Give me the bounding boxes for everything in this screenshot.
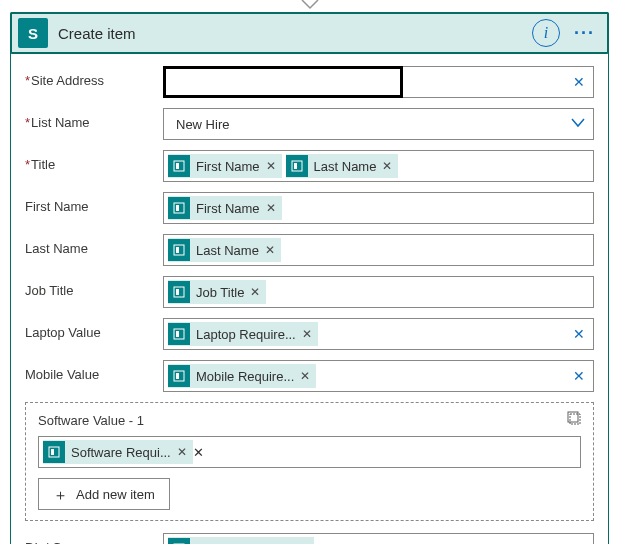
row-list-name: *List Name New Hire	[25, 108, 594, 140]
field-title[interactable]: First Name ✕ Last Name ✕	[163, 150, 594, 182]
forms-icon	[168, 155, 190, 177]
chevron-down-icon[interactable]	[571, 117, 585, 131]
add-new-item-button[interactable]: ＋ Add new item	[38, 478, 170, 510]
flow-arrow-down-icon	[301, 0, 319, 14]
label-last-name: Last Name	[25, 234, 163, 256]
svg-rect-11	[176, 331, 179, 337]
token-last-name[interactable]: Last Name ✕	[286, 154, 399, 178]
svg-rect-7	[176, 247, 179, 253]
token-first-name[interactable]: First Name ✕	[168, 154, 282, 178]
array-title: Software Value - 1	[38, 413, 581, 428]
token-remove-icon[interactable]: ✕	[266, 201, 276, 215]
forms-icon	[286, 155, 308, 177]
more-icon[interactable]: ···	[568, 23, 601, 44]
info-icon[interactable]: i	[532, 19, 560, 47]
field-dl-groups[interactable]: Distribution Lis... ✕	[163, 533, 594, 544]
clear-icon[interactable]: ✕	[573, 368, 585, 384]
row-last-name: Last Name Last Name ✕	[25, 234, 594, 266]
field-list-name[interactable]: New Hire	[163, 108, 594, 140]
forms-icon	[168, 197, 190, 219]
svg-rect-5	[176, 205, 179, 211]
array-mode-toggle-icon[interactable]	[567, 411, 583, 430]
label-laptop-value: Laptop Value	[25, 318, 163, 340]
token-software[interactable]: Software Requi... ✕	[43, 440, 193, 464]
token-dl[interactable]: Distribution Lis... ✕	[168, 537, 314, 544]
field-laptop-value[interactable]: Laptop Require... ✕ ✕	[163, 318, 594, 350]
card-title: Create item	[58, 25, 532, 42]
field-job-title[interactable]: Job Title ✕	[163, 276, 594, 308]
list-name-value: New Hire	[168, 117, 229, 132]
site-address-redacted	[163, 66, 403, 98]
forms-icon	[168, 281, 190, 303]
svg-rect-1	[176, 163, 179, 169]
field-last-name[interactable]: Last Name ✕	[163, 234, 594, 266]
row-job-title: Job Title Job Title ✕	[25, 276, 594, 308]
row-site-address: *Site Address ✕	[25, 66, 594, 98]
clear-icon[interactable]: ✕	[573, 326, 585, 342]
row-laptop-value: Laptop Value Laptop Require... ✕ ✕	[25, 318, 594, 350]
svg-rect-9	[176, 289, 179, 295]
token-remove-icon[interactable]: ✕	[250, 285, 260, 299]
forms-icon	[168, 239, 190, 261]
svg-rect-3	[294, 163, 297, 169]
label-title: *Title	[25, 150, 163, 172]
token-remove-icon[interactable]: ✕	[265, 243, 275, 257]
token-last-name[interactable]: Last Name ✕	[168, 238, 281, 262]
plus-icon: ＋	[53, 487, 68, 502]
row-title: *Title First Name ✕ Last Name ✕	[25, 150, 594, 182]
token-laptop[interactable]: Laptop Require... ✕	[168, 322, 318, 346]
label-first-name: First Name	[25, 192, 163, 214]
row-dl-groups: DL / Groups Distribution Lis... ✕	[25, 533, 594, 544]
token-mobile[interactable]: Mobile Require... ✕	[168, 364, 316, 388]
forms-icon	[168, 538, 190, 544]
array-software-value: Software Value - 1 Software Requi... ✕ ✕	[25, 402, 594, 521]
token-job-title[interactable]: Job Title ✕	[168, 280, 266, 304]
forms-icon	[168, 365, 190, 387]
row-first-name: First Name First Name ✕	[25, 192, 594, 224]
svg-rect-17	[51, 449, 54, 455]
field-first-name[interactable]: First Name ✕	[163, 192, 594, 224]
token-remove-icon[interactable]: ✕	[382, 159, 392, 173]
card-header[interactable]: S Create item i ···	[10, 12, 609, 54]
row-mobile-value: Mobile Value Mobile Require... ✕ ✕	[25, 360, 594, 392]
label-mobile-value: Mobile Value	[25, 360, 163, 382]
field-mobile-value[interactable]: Mobile Require... ✕ ✕	[163, 360, 594, 392]
forms-icon	[168, 323, 190, 345]
sharepoint-icon: S	[18, 18, 48, 48]
token-remove-icon[interactable]: ✕	[302, 327, 312, 341]
card-body: *Site Address ✕ *List Name New Hire *T	[11, 54, 608, 544]
clear-icon[interactable]: ✕	[573, 74, 585, 90]
token-remove-icon[interactable]: ✕	[177, 445, 187, 459]
label-job-title: Job Title	[25, 276, 163, 298]
field-site-address[interactable]: ✕	[163, 66, 594, 98]
clear-icon[interactable]: ✕	[193, 445, 204, 460]
label-list-name: *List Name	[25, 108, 163, 130]
label-site-address: *Site Address	[25, 66, 163, 88]
array-item-field[interactable]: Software Requi... ✕ ✕	[38, 436, 581, 468]
action-card: S Create item i ··· *Site Address ✕ *Lis…	[10, 12, 609, 544]
svg-rect-13	[176, 373, 179, 379]
token-first-name[interactable]: First Name ✕	[168, 196, 282, 220]
token-remove-icon[interactable]: ✕	[266, 159, 276, 173]
forms-icon	[43, 441, 65, 463]
label-dl-groups: DL / Groups	[25, 533, 163, 544]
token-remove-icon[interactable]: ✕	[300, 369, 310, 383]
